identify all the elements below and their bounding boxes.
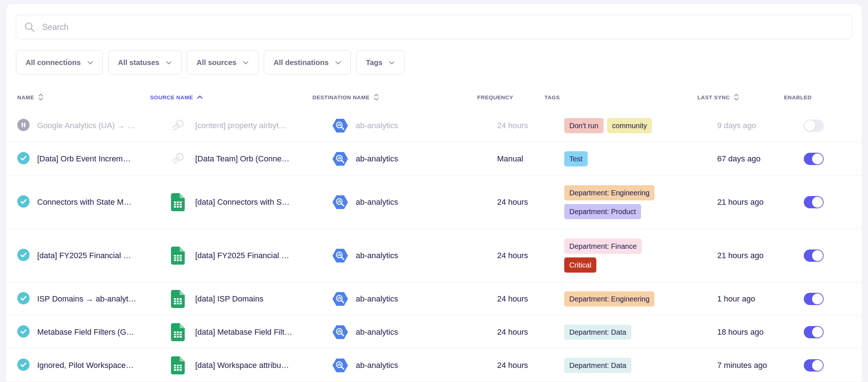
destination-cell: ab-analytics <box>332 325 491 339</box>
enabled-toggle[interactable] <box>804 359 824 372</box>
enabled-toggle[interactable] <box>804 120 824 132</box>
column-header-name[interactable]: NAME <box>17 93 145 101</box>
enabled-toggle[interactable] <box>804 153 824 165</box>
chevron-down-icon <box>335 60 341 65</box>
column-header-last_sync[interactable]: LAST SYNC <box>692 93 778 101</box>
check-icon <box>17 152 30 166</box>
filter-label: All connections <box>26 58 81 67</box>
sort-asc-icon <box>197 95 203 99</box>
enabled-toggle[interactable] <box>804 326 824 338</box>
destination-name: ab-analytics <box>356 251 398 260</box>
destination-name: ab-analytics <box>356 361 398 370</box>
default-connector-icon <box>171 152 185 166</box>
tags-cell: Department: Data <box>558 325 711 340</box>
last-sync: 18 hours ago <box>711 327 798 337</box>
tags-cell: Department: Engineering <box>558 291 711 307</box>
frequency: Manual <box>491 154 558 164</box>
connection-name: ISP Domains → ab-analyt… <box>37 294 165 304</box>
toggle-knob <box>812 294 823 304</box>
tag: Department: Product <box>564 204 641 219</box>
table-row[interactable]: Google Analytics (UA) → …[content] prope… <box>6 109 862 142</box>
source-cell: [data] ISP Domains <box>165 290 332 308</box>
frequency: 24 hours <box>491 327 558 337</box>
check-icon <box>17 249 30 262</box>
tag: Don't run <box>564 118 604 133</box>
status-cell <box>17 359 37 372</box>
table-row[interactable]: ISP Domains → ab-analyt…[data] ISP Domai… <box>6 282 862 316</box>
enabled-cell <box>798 249 862 262</box>
tags-list: Test <box>564 151 711 166</box>
filter-label: Tags <box>366 58 382 67</box>
frequency: 24 hours <box>491 197 558 207</box>
source-cell: [data] Workspace attribu… <box>165 356 332 374</box>
column-header-source[interactable]: SOURCE NAME <box>145 94 312 100</box>
google-sheets-icon <box>171 193 185 211</box>
pause-icon <box>17 119 30 133</box>
filter-sources[interactable]: All sources <box>187 50 259 74</box>
filter-connections[interactable]: All connections <box>16 50 103 74</box>
column-label: SOURCE NAME <box>150 94 193 100</box>
column-label: TAGS <box>544 94 560 100</box>
filter-tags[interactable]: Tags <box>356 50 404 74</box>
enabled-toggle[interactable] <box>804 293 824 305</box>
enabled-cell <box>798 196 862 208</box>
tags-list: Department: FinanceCritical <box>564 232 711 279</box>
source-cell: [data] Connectors with S… <box>165 193 332 211</box>
connection-name: Ignored, Pilot Workspace… <box>37 361 165 370</box>
filter-statuses[interactable]: All statuses <box>108 50 181 74</box>
source-name: [data] FY2025 Financial … <box>195 251 289 260</box>
toggle-knob <box>812 327 823 338</box>
last-sync: 67 days ago <box>711 154 798 164</box>
destination-cell: ab-analytics <box>332 292 491 306</box>
google-sheets-icon <box>171 356 185 374</box>
tags-cell: Test <box>558 151 711 166</box>
column-header-enabled: ENABLED <box>778 94 862 100</box>
source-cell: [data] Metabase Field Filt… <box>165 323 332 341</box>
connection-name: [Data] Orb Event Increm… <box>37 154 165 164</box>
bigquery-icon <box>332 118 348 133</box>
table-row[interactable]: [Data] Orb Event Increm…[Data Team] Orb … <box>6 142 862 175</box>
tag: Department: Data <box>564 358 631 373</box>
column-header-frequency: FREQUENCY <box>472 94 539 100</box>
table-row[interactable]: Connectors with State M…[data] Connector… <box>6 175 862 229</box>
column-header-destination[interactable]: DESTINATION NAME <box>312 93 472 101</box>
toggle-knob <box>812 197 823 208</box>
enabled-cell <box>798 326 862 338</box>
status-cell <box>17 325 37 339</box>
tags-list: Department: Data <box>564 325 711 340</box>
sort-icon <box>38 93 44 101</box>
source-name: [data] Workspace attribu… <box>195 361 289 370</box>
status-cell <box>17 152 37 166</box>
tags-cell: Don't runcommunity <box>558 118 711 133</box>
search-input[interactable] <box>41 22 844 32</box>
filter-destinations[interactable]: All destinations <box>264 50 351 74</box>
chevron-down-icon <box>389 60 395 65</box>
enabled-toggle[interactable] <box>804 196 824 208</box>
destination-cell: ab-analytics <box>332 195 491 209</box>
tags-cell: Department: FinanceCritical <box>558 232 711 279</box>
table-row[interactable]: Metabase Field Filters (G…[data] Metabas… <box>6 316 862 349</box>
source-name: [data] ISP Domains <box>195 294 263 304</box>
last-sync: 21 hours ago <box>711 251 798 260</box>
bigquery-icon <box>332 325 348 339</box>
column-label: ENABLED <box>784 94 812 100</box>
connection-name: Connectors with State M… <box>37 197 165 207</box>
enabled-toggle[interactable] <box>804 249 824 262</box>
bigquery-icon <box>332 292 348 306</box>
check-icon <box>17 195 30 209</box>
tags-list: Department: Data <box>564 358 711 373</box>
table-row[interactable]: Ignored, Pilot Workspace…[data] Workspac… <box>6 349 862 382</box>
column-label: FREQUENCY <box>477 94 513 100</box>
enabled-cell <box>798 293 862 305</box>
destination-cell: ab-analytics <box>332 248 491 263</box>
table-row[interactable]: [data] FY2025 Financial …[data] FY2025 F… <box>6 229 862 282</box>
last-sync: 7 minutes ago <box>711 361 798 370</box>
source-name: [content] property airbyt… <box>195 121 286 130</box>
status-cell <box>17 292 37 306</box>
tag: Department: Engineering <box>564 291 654 307</box>
tags-cell: Department: EngineeringDepartment: Produ… <box>558 179 711 226</box>
source-cell: [content] property airbyt… <box>165 118 332 133</box>
filter-label: All destinations <box>273 58 329 67</box>
status-cell <box>17 195 37 209</box>
filter-label: All sources <box>197 58 237 67</box>
